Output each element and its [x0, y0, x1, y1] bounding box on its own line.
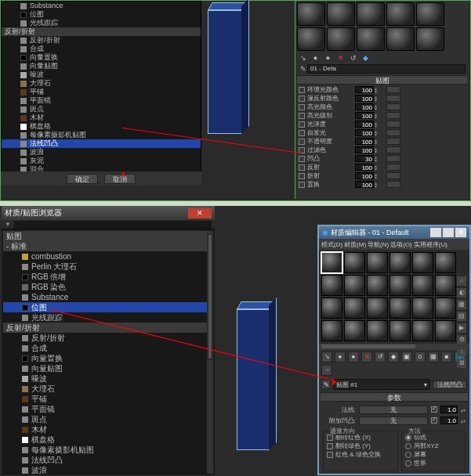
- reset-icon[interactable]: ↺: [349, 54, 357, 63]
- material-slot[interactable]: [321, 298, 342, 319]
- map-slot-button[interactable]: [386, 138, 400, 145]
- material-slot[interactable]: [416, 27, 444, 51]
- map-slot-button[interactable]: [386, 172, 400, 179]
- clone-icon[interactable]: ↺: [375, 352, 386, 362]
- material-slot[interactable]: [412, 320, 433, 341]
- tree-item[interactable]: 大理石: [2, 79, 201, 88]
- normal-map-button[interactable]: 无: [359, 406, 428, 414]
- parameters-rollout-header[interactable]: 参数: [321, 392, 468, 402]
- map-slot-button[interactable]: [386, 155, 400, 162]
- tree-item[interactable]: 向量置换: [2, 53, 201, 62]
- assign-icon[interactable]: ●: [348, 352, 359, 362]
- method-option[interactable]: 屏幕: [405, 450, 462, 459]
- material-editor-titlebar[interactable]: ◉ 材质编辑器 - 01 - Default _ □ ✕: [319, 226, 469, 239]
- material-slot[interactable]: [412, 252, 433, 273]
- material-slot[interactable]: [416, 2, 444, 26]
- material-slot[interactable]: [327, 27, 355, 51]
- material-slot[interactable]: [412, 298, 433, 319]
- video-icon[interactable]: ▶: [457, 323, 466, 333]
- sample-type-icon[interactable]: ○: [457, 276, 466, 286]
- method-option[interactable]: 局部XYZ: [405, 442, 462, 450]
- maps-rollout-header[interactable]: 贴图: [297, 75, 467, 85]
- map-slot-button[interactable]: [386, 146, 400, 153]
- material-slot[interactable]: [435, 298, 456, 319]
- map-enable-checkbox[interactable]: [299, 130, 305, 136]
- map-slot-button[interactable]: [386, 112, 400, 119]
- amount-spinner[interactable]: 100: [355, 95, 374, 102]
- tree-item[interactable]: 法线凹凸: [2, 139, 201, 148]
- menu-item[interactable]: 导航(N): [368, 240, 389, 249]
- method-radio[interactable]: [405, 435, 411, 441]
- go-forward-icon[interactable]: →: [321, 365, 332, 376]
- spinner-arrows-icon[interactable]: ▴▾: [375, 113, 386, 119]
- material-slot[interactable]: [344, 252, 365, 273]
- amount-spinner[interactable]: 100: [355, 129, 374, 136]
- material-slot[interactable]: [389, 252, 411, 273]
- get-material-icon[interactable]: ↘: [321, 352, 332, 362]
- tree-item[interactable]: 光线跟踪: [3, 312, 213, 323]
- tree-category[interactable]: - 标准: [3, 241, 213, 251]
- menu-item[interactable]: 材质(M): [344, 240, 366, 249]
- tree-item[interactable]: 向量贴图: [3, 363, 213, 373]
- material-slot[interactable]: [386, 2, 415, 26]
- show-result-icon[interactable]: ■: [441, 352, 452, 362]
- material-slot[interactable]: [321, 252, 342, 273]
- amount-spinner[interactable]: 100: [355, 164, 374, 171]
- map-slot-button[interactable]: [386, 121, 400, 128]
- bump-enable-checkbox[interactable]: [431, 417, 437, 424]
- tree-item[interactable]: 平铺: [3, 394, 213, 404]
- amount-spinner[interactable]: 100: [355, 172, 374, 179]
- tree-item[interactable]: combustion: [3, 251, 213, 261]
- material-slot[interactable]: [357, 27, 385, 51]
- put-icon[interactable]: ●: [335, 352, 346, 362]
- tree-item[interactable]: 合成: [3, 343, 213, 353]
- dropper-icon[interactable]: ✎: [321, 380, 331, 389]
- tree-item[interactable]: 波浪: [2, 148, 201, 157]
- dropper-icon[interactable]: ✎: [299, 65, 307, 74]
- reset-icon[interactable]: ✕: [361, 352, 372, 362]
- tree-item[interactable]: 棋盘格: [2, 122, 201, 131]
- amount-spinner[interactable]: 100: [355, 121, 374, 128]
- channel-checkbox[interactable]: [327, 452, 333, 458]
- tree-item[interactable]: 斑点: [2, 105, 201, 114]
- material-slot[interactable]: [297, 2, 325, 26]
- tree-item[interactable]: 斑点: [3, 414, 213, 424]
- spinner-arrows-icon[interactable]: ▴▾: [375, 139, 386, 145]
- background-icon[interactable]: ▦: [457, 300, 466, 309]
- map-enable-checkbox[interactable]: [299, 87, 305, 93]
- close-button[interactable]: ✕: [188, 208, 212, 218]
- tree-item[interactable]: 木材: [3, 424, 213, 435]
- spinner-arrows-icon[interactable]: ▴▾: [375, 87, 386, 93]
- material-slot[interactable]: [367, 298, 388, 319]
- map-slot-button[interactable]: [386, 164, 400, 171]
- tree-item[interactable]: 合成: [2, 45, 201, 53]
- tree-item[interactable]: 平面镜: [2, 96, 201, 105]
- spinner-arrows-icon[interactable]: ▴▾: [375, 130, 386, 136]
- tree-category[interactable]: 反射/折射: [2, 27, 201, 36]
- spinner-arrows-icon[interactable]: ▴▾: [375, 164, 386, 171]
- tree-item[interactable]: 位图: [3, 302, 213, 312]
- normal-enable-checkbox[interactable]: [431, 406, 437, 413]
- spinner-arrows-icon[interactable]: ▴▾: [375, 182, 386, 188]
- material-slot[interactable]: [327, 2, 355, 26]
- channel-checkbox[interactable]: [327, 435, 333, 441]
- spinner-arrows-icon[interactable]: ▴▾: [375, 96, 386, 102]
- map-slot-button[interactable]: [386, 86, 400, 93]
- sphere-icon[interactable]: ●: [311, 54, 320, 63]
- amount-spinner[interactable]: 100: [355, 86, 374, 93]
- pick-icon[interactable]: ↘: [299, 54, 307, 63]
- spinner-arrows-icon[interactable]: ▴▾: [375, 173, 386, 179]
- map-enable-checkbox[interactable]: [299, 156, 305, 162]
- material-slot[interactable]: [389, 298, 411, 319]
- map-slot-button[interactable]: [386, 181, 400, 188]
- amount-spinner[interactable]: 100: [355, 138, 374, 145]
- browser-tree-area[interactable]: 贴图- 标准combustionPerlin 大理石RGB 倍增RGB 染色Su…: [3, 231, 213, 474]
- search-input[interactable]: [14, 221, 212, 229]
- minimize-button[interactable]: _: [430, 228, 441, 237]
- tree-item[interactable]: 光线跟踪: [2, 19, 201, 27]
- horizontal-scrollbar[interactable]: [319, 344, 469, 350]
- material-slot[interactable]: [386, 27, 415, 51]
- map-type-button[interactable]: 法线凹凸: [433, 380, 467, 389]
- material-slot[interactable]: [321, 275, 342, 296]
- material-slot[interactable]: [367, 252, 388, 273]
